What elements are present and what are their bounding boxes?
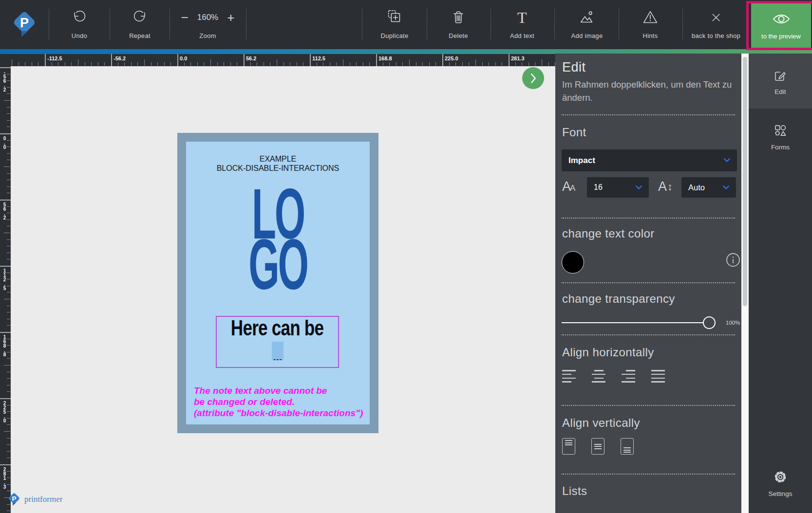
undo-button[interactable]: Undo xyxy=(53,7,106,39)
font-section-title: Font xyxy=(562,126,586,139)
font-size-icon: AA xyxy=(562,179,575,194)
transparency-slider: 100% xyxy=(562,315,737,330)
add-image-label: Add image xyxy=(571,32,603,39)
note-line: be changed or deleted. xyxy=(194,396,363,407)
zoom-out-button[interactable]: − xyxy=(181,11,189,24)
toolbar-separator xyxy=(246,9,246,39)
panel-divider xyxy=(562,405,735,406)
chevron-right-icon xyxy=(529,73,537,83)
poster-heading-line2: BLOCK-DISABLE-INTERACTIONS xyxy=(186,164,370,173)
trash-icon xyxy=(450,7,467,28)
zoom-label: Zoom xyxy=(199,32,216,39)
tab-forms[interactable]: Forms xyxy=(749,109,812,164)
tab-settings-label: Settings xyxy=(769,490,793,497)
align-center-button[interactable] xyxy=(592,370,605,383)
align-bottom-button[interactable] xyxy=(621,438,634,455)
zoom-value: 160% xyxy=(197,13,218,22)
warning-triangle-icon xyxy=(641,7,660,28)
text-color-section-title: change text color xyxy=(562,227,655,240)
repeat-button[interactable]: Repeat xyxy=(113,7,167,39)
align-top-button[interactable] xyxy=(562,438,575,455)
zoom-in-button[interactable]: + xyxy=(227,11,234,24)
ruler-vertical: -56.20.056.2112.5168.8225.0281.3 xyxy=(0,66,11,513)
tab-edit-label: Edit xyxy=(774,88,786,95)
toolbar-separator xyxy=(427,9,427,39)
align-right-button[interactable] xyxy=(622,370,635,383)
font-family-value: Impact xyxy=(568,156,595,165)
eye-icon xyxy=(771,12,792,28)
font-family-select[interactable]: Impact xyxy=(562,149,737,171)
align-justify-button[interactable] xyxy=(651,370,665,383)
tab-settings[interactable]: Settings xyxy=(749,458,812,507)
chevron-down-icon xyxy=(636,185,642,190)
svg-text:P: P xyxy=(12,495,16,502)
hints-button[interactable]: Hints xyxy=(623,7,677,39)
panel-scrollbar-thumb[interactable] xyxy=(743,57,747,306)
text-color-swatch[interactable] xyxy=(562,251,584,274)
duplicate-label: Duplicate xyxy=(381,32,409,39)
note-line: (attribute "block-disable-interactions") xyxy=(194,407,363,419)
align-left-button[interactable] xyxy=(562,370,576,383)
tab-edit[interactable]: Edit xyxy=(749,54,812,109)
poster-artboard[interactable]: EXAMPLE BLOCK-DISABLE-INTERACTIONS LO GO… xyxy=(177,133,378,433)
panel-collapse-toggle[interactable] xyxy=(522,67,544,89)
printformer-logo[interactable]: P xyxy=(12,11,37,40)
redo-icon xyxy=(131,7,149,28)
toolbar-separator xyxy=(619,9,619,39)
toolbar-separator xyxy=(491,9,491,39)
printformer-logo-icon: P xyxy=(12,11,37,38)
font-size-value: 16 xyxy=(594,183,603,192)
undo-icon xyxy=(71,7,88,28)
align-vertical-buttons xyxy=(562,438,634,455)
gear-icon xyxy=(772,468,789,486)
add-text-label: Add text xyxy=(510,32,534,39)
panel-divider xyxy=(562,218,735,219)
ruler-corner xyxy=(0,54,11,66)
add-image-button[interactable]: Add image xyxy=(560,7,614,39)
top-toolbar: P Undo Repeat − 160% + Zoom xyxy=(0,0,812,49)
panel-title: Edit xyxy=(562,60,586,75)
svg-text:P: P xyxy=(20,16,29,30)
editable-text-frame[interactable]: Here can be ... xyxy=(216,316,339,368)
info-icon[interactable] xyxy=(726,253,740,269)
transparency-section-title: change transparency xyxy=(562,292,675,306)
image-icon xyxy=(578,7,596,28)
panel-divider xyxy=(562,474,735,475)
poster-logo-text: LO GO xyxy=(227,189,329,290)
add-text-button[interactable]: T Add text xyxy=(495,7,549,39)
align-horizontal-title: Align horizontally xyxy=(562,346,654,359)
ruler-medium-ticks xyxy=(11,59,555,66)
edit-panel: Edit Im Rahmen doppelklicken, um den Tex… xyxy=(555,54,741,513)
duplicate-button[interactable]: Duplicate xyxy=(368,7,421,39)
tab-forms-label: Forms xyxy=(771,144,790,151)
lists-section-title: Lists xyxy=(562,484,587,498)
slider-track[interactable] xyxy=(562,322,709,323)
align-middle-button[interactable] xyxy=(591,438,604,455)
slider-knob[interactable] xyxy=(703,316,716,329)
footer-brand: P printformer xyxy=(8,492,62,507)
delete-label: Delete xyxy=(449,32,468,39)
line-height-select[interactable]: Auto xyxy=(681,177,736,198)
panel-divider xyxy=(562,114,735,115)
delete-button[interactable]: Delete xyxy=(432,7,485,39)
to-preview-label: to the preview xyxy=(761,33,801,40)
toolbar-separator xyxy=(362,9,362,39)
poster-heading: EXAMPLE BLOCK-DISABLE-INTERACTIONS xyxy=(186,154,370,173)
to-preview-button[interactable]: to the preview xyxy=(751,3,811,48)
text-overflow-indicator: ... xyxy=(272,342,283,360)
chevron-down-icon xyxy=(723,185,729,190)
panel-description: Im Rahmen doppelklicken, um den Text zu … xyxy=(562,78,734,104)
design-canvas[interactable]: EXAMPLE BLOCK-DISABLE-INTERACTIONS LO GO… xyxy=(11,66,555,513)
back-to-shop-button[interactable]: back to the shop xyxy=(680,7,753,39)
ruler-horizontal: -112.5-56.20.056.2112.5168.8225.0281.3 xyxy=(11,54,555,66)
toolbar-separator xyxy=(110,9,110,39)
footer-brand-text: printformer xyxy=(24,495,62,504)
toolbar-separator xyxy=(49,9,49,39)
duplicate-icon xyxy=(385,7,404,28)
frame-text: Here can be xyxy=(231,317,323,339)
close-icon xyxy=(708,7,724,28)
line-height-value: Auto xyxy=(688,183,705,192)
line-height-icon: A↕ xyxy=(658,179,673,194)
panel-scrollbar[interactable] xyxy=(741,54,749,513)
font-size-select[interactable]: 16 xyxy=(587,177,649,198)
